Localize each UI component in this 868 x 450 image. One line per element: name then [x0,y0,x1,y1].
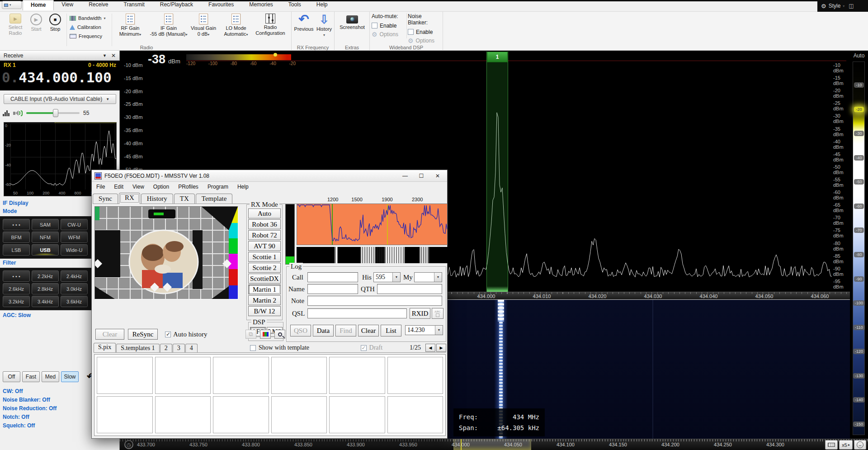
colorbar-label[interactable]: -120 [853,349,865,354]
ribbon-tab[interactable]: View [54,0,81,10]
filter-button[interactable]: 2.4kHz [61,270,88,282]
magnifier-button[interactable] [274,330,285,339]
mode-button[interactable]: Wide-U [61,244,88,256]
filter-header[interactable]: Filter [3,260,16,266]
name-field[interactable] [307,284,358,294]
mmsstv-tab[interactable]: Sync [93,194,118,204]
panel-pin-icon[interactable]: ◫ [849,3,854,9]
audio-device-select[interactable]: CABLE Input (VB-Audio Virtual Cable) ▼ [4,94,116,104]
bandwidth-button[interactable]: Bandwidth▾ [70,14,105,22]
volume-slider[interactable] [26,112,80,114]
menu-item[interactable]: File [92,184,109,190]
channel-marker-band[interactable]: 1 [486,52,508,292]
page-previous-button[interactable]: ◀ [425,344,435,352]
zoom-button[interactable]: x5▸ [839,440,853,450]
equalizer-icon[interactable] [3,110,9,116]
radio-configuration-button[interactable]: RadioConfiguration [254,14,287,36]
colorbar-label[interactable]: -30 [854,131,863,136]
history-button[interactable]: ⇩ History ▾ [315,14,333,37]
page-next-button[interactable]: ▶ [436,344,446,352]
chevron-down-icon[interactable]: ▼ [434,273,442,282]
colorbar-label[interactable]: -70 [854,227,863,233]
auto-mute-options[interactable]: ⚙ Options [372,30,406,38]
lo-mode-button[interactable]: LO ModeAutomatic▾ [222,14,250,38]
rx-mode-button[interactable]: B/W 12 [248,306,281,316]
rx-mode-button[interactable]: AVT 90 [248,241,281,251]
note-field[interactable] [307,296,442,306]
band-combo[interactable]: 14.230▼ [405,325,443,335]
minimize-button[interactable]: — [398,171,412,180]
rf-gain-button[interactable]: RF GainMinimum▾ [116,14,145,38]
filter-button[interactable]: 2.8kHz [32,283,59,294]
mode-button[interactable]: SAM [32,219,59,230]
agc-button[interactable]: Off [3,371,20,382]
qsl-field[interactable] [307,308,407,318]
stop-button[interactable]: ■ Stop [47,14,63,32]
ribbon-tab[interactable]: Favourites [201,0,241,10]
colorbar-label[interactable]: -50 [854,179,863,185]
rx-mode-button[interactable]: Robot 36 [248,219,281,229]
thumbnail-cell[interactable] [387,396,443,433]
start-button[interactable]: ▶ Start [28,14,44,32]
colorbar-label[interactable]: -40 [854,155,863,161]
call-field[interactable] [307,272,358,282]
qso-button[interactable]: QSO [290,325,311,336]
calibration-button[interactable]: Calibration [70,24,105,31]
filter-button[interactable]: 2.6kHz [3,283,30,294]
if-gain-button[interactable]: IF Gain-55 dB (Manual)▾ [149,14,188,38]
template-tab[interactable]: 4 [185,344,198,352]
mmsstv-tab[interactable]: Template [196,194,233,204]
auto-mute-enable[interactable]: Enable [372,21,406,30]
status-line[interactable]: Squelch: Off [3,422,57,429]
thumbnail-cell[interactable] [97,396,153,433]
menu-item[interactable]: Edit [109,184,128,190]
filter-button[interactable]: 2.2kHz [32,270,59,282]
thumbnail-cell[interactable] [155,396,211,433]
chevron-down-icon[interactable]: ▼ [103,53,107,58]
ribbon-tab[interactable]: Rec/Playback [152,0,201,10]
thumbnail-cell[interactable] [213,357,269,394]
copy-image-button[interactable]: ⧉ [245,330,256,339]
colorbar-label[interactable]: -60 [854,204,863,209]
ribbon-tab[interactable]: Help [309,0,335,10]
filter-button[interactable]: 3.4kHz [32,296,59,307]
pan-button[interactable]: ↔ [854,440,866,450]
if-display-header[interactable]: IF Display [3,200,28,206]
mode-button[interactable]: LSB [3,244,30,256]
menu-item[interactable]: View [128,184,149,190]
sstv-spectrum[interactable] [297,204,448,245]
checkbox-icon[interactable] [165,332,171,337]
rx-mode-button[interactable]: Auto [248,208,281,218]
previous-button[interactable]: ↶ Previous [293,14,314,32]
template-tab[interactable]: 2 [160,344,172,352]
mmsstv-titlebar[interactable]: F5OEO (F5OEO.MDT) - MMSSTV Ver 1.08 — ☐ … [92,170,447,182]
rx-mode-button[interactable]: Scottie 1 [248,252,281,262]
draft-toggle[interactable]: Draft [361,344,383,351]
close-icon[interactable]: ✕ [111,52,116,59]
colorbar-title[interactable]: Auto [850,52,868,59]
list-button[interactable]: List [381,325,401,336]
maximize-button[interactable]: ☐ [415,171,428,180]
colorbar-label[interactable]: -10 [854,82,863,88]
thumbnail-cell[interactable] [213,396,269,433]
rx-mode-button[interactable]: Scottie 2 [248,263,281,273]
template-tab[interactable]: S.templates 1 [116,344,159,352]
clock-icon[interactable]: ◷ [124,440,133,449]
colorbar-label[interactable]: -140 [853,397,865,403]
filter-button[interactable]: 3.2kHz [3,296,30,307]
rx-mode-button[interactable]: Martin 2 [248,295,281,305]
visual-gain-button[interactable]: Visual Gain0 dB▾ [189,14,218,38]
noise-blanker-enable[interactable]: Enable [408,28,443,36]
agc-button[interactable]: Med [42,371,59,382]
ribbon-tab[interactable]: Home [23,0,54,10]
filter-button[interactable]: 3.0kHz [61,283,88,294]
keyboard-entry-button[interactable] [825,440,838,450]
chevron-down-icon[interactable]: ▼ [392,273,400,282]
checkbox-icon[interactable] [408,29,414,35]
clear-image-button[interactable]: Clear [95,329,124,340]
thumbnail-cell[interactable] [271,396,327,433]
screenshot-button[interactable]: Screenshot [337,14,367,30]
agc-button[interactable]: Fast [22,371,40,382]
mode-header[interactable]: Mode [3,208,17,214]
abc-button[interactable]: ABC [432,308,443,319]
